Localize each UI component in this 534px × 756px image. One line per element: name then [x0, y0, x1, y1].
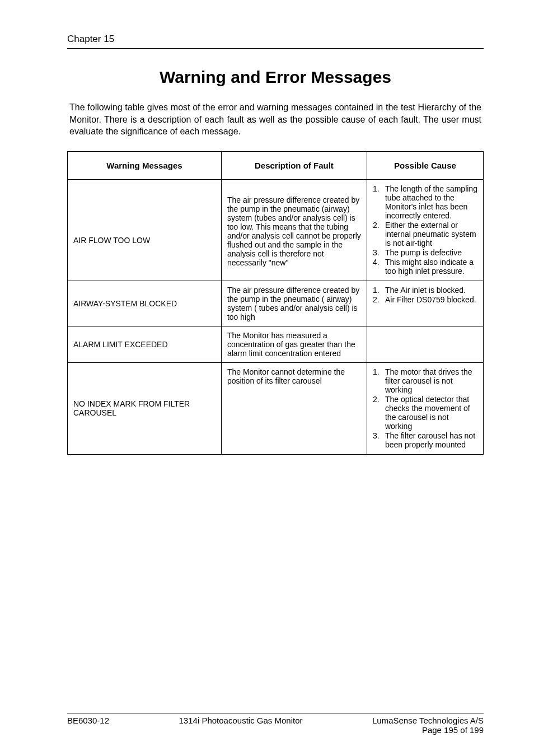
cause-number: 1. — [373, 286, 385, 295]
cause-number: 4. — [373, 258, 385, 267]
cause-text: The motor that drives the filter carouse… — [385, 367, 477, 394]
cause-item: 3.The pump is defective — [373, 248, 477, 257]
cause-item: 1.The Air inlet is blocked. — [373, 286, 477, 295]
cause-item: 2.Air Filter DS0759 blocked. — [373, 295, 477, 304]
cause-number: 2. — [373, 395, 385, 404]
warning-message-cell: AIR FLOW TOO LOW — [68, 179, 222, 281]
cause-item: 2.The optical detector that checks the m… — [373, 395, 477, 431]
cause-text: The Air inlet is blocked. — [385, 286, 477, 295]
col-header-description: Description of Fault — [221, 151, 367, 179]
col-header-cause: Possible Cause — [367, 151, 483, 179]
cause-item: 1.The motor that drives the filter carou… — [373, 367, 477, 394]
cause-item: 3.The filter carousel has not been prope… — [373, 431, 477, 449]
warning-message-cell: AIRWAY-SYSTEM BLOCKED — [68, 281, 222, 326]
description-cell: The air pressure difference created by t… — [221, 179, 367, 281]
table-row: AIR FLOW TOO LOWThe air pressure differe… — [68, 179, 484, 281]
table-row: NO INDEX MARK FROM FILTER CAROUSELThe Mo… — [68, 362, 484, 454]
cause-number: 2. — [373, 295, 385, 304]
description-cell: The Monitor has measured a concentration… — [221, 326, 367, 362]
messages-table: Warning Messages Description of Fault Po… — [67, 151, 484, 455]
cause-number: 2. — [373, 221, 385, 230]
cause-cell: 1.The motor that drives the filter carou… — [367, 362, 483, 454]
cause-cell — [367, 326, 483, 362]
footer-rule — [67, 713, 484, 713]
table-row: AIRWAY-SYSTEM BLOCKEDThe air pressure di… — [68, 281, 484, 326]
col-header-warning: Warning Messages — [68, 151, 222, 179]
warning-message-cell: ALARM LIMIT EXCEEDED — [68, 326, 222, 362]
table-row: ALARM LIMIT EXCEEDEDThe Monitor has meas… — [68, 326, 484, 362]
cause-number: 1. — [373, 184, 385, 193]
cause-text: The pump is defective — [385, 248, 477, 257]
cause-number: 1. — [373, 367, 385, 376]
cause-cell: 1.The Air inlet is blocked.2.Air Filter … — [367, 281, 483, 326]
cause-item: 4.This might also indicate a too high in… — [373, 258, 477, 276]
page-footer: BE6030-12 1314i Photoacoustic Gas Monito… — [67, 713, 484, 735]
cause-text: The optical detector that checks the mov… — [385, 395, 477, 431]
footer-page-number: Page 195 of 199 — [422, 725, 484, 735]
intro-paragraph: The following table gives most of the er… — [69, 101, 481, 138]
cause-text: This might also indicate a too high inle… — [385, 258, 477, 276]
cause-cell: 1.The length of the sampling tube attach… — [367, 179, 483, 281]
cause-number: 3. — [373, 431, 385, 440]
chapter-label: Chapter 15 — [67, 34, 484, 45]
cause-text: The filter carousel has not been properl… — [385, 431, 477, 449]
description-cell: The air pressure difference created by t… — [221, 281, 367, 326]
cause-text: The length of the sampling tube attached… — [385, 184, 477, 220]
cause-text: Air Filter DS0759 blocked. — [385, 295, 477, 304]
cause-item: 1.The length of the sampling tube attach… — [373, 184, 477, 220]
description-cell: The Monitor cannot determine the positio… — [221, 362, 367, 454]
footer-center: 1314i Photoacoustic Gas Monitor — [179, 716, 303, 735]
cause-text: Either the external or internal pneumati… — [385, 221, 477, 248]
warning-message-cell: NO INDEX MARK FROM FILTER CAROUSEL — [68, 362, 222, 454]
header-rule — [67, 48, 484, 49]
cause-item: 2.Either the external or internal pneuma… — [373, 221, 477, 248]
cause-number: 3. — [373, 248, 385, 257]
footer-right-company: LumaSense Technologies A/S — [372, 716, 484, 725]
page-title: Warning and Error Messages — [67, 68, 484, 87]
footer-left: BE6030-12 — [67, 716, 109, 735]
